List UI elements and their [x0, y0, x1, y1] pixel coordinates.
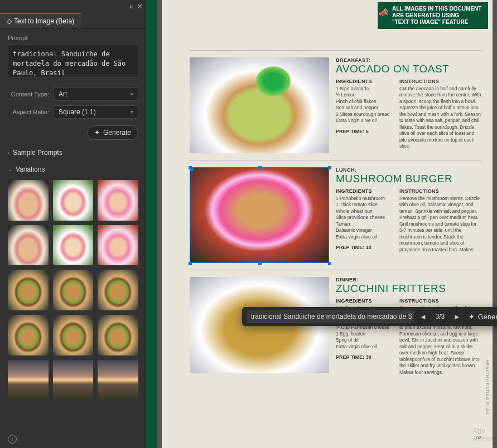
variation-thumb[interactable]	[98, 360, 138, 401]
floating-prompt-input[interactable]: tradicional Sanduiche de mortadela do me…	[247, 310, 414, 323]
aspect-ratio-select[interactable]: Square (1:1)▾	[54, 105, 138, 119]
info-banner: 📣 ALL IMAGES IN THIS DOCUMENT ARE GENERA…	[378, 2, 488, 29]
side-caption: HEALTHY EATING PLAN	[485, 360, 489, 415]
instructions-text: Cut the avocado in half and carefully re…	[399, 86, 481, 150]
recipe-image[interactable]	[190, 57, 329, 153]
instructions-heading: INSTRUCTIONS	[399, 298, 481, 304]
next-variation-icon[interactable]: ►	[452, 313, 462, 321]
sparkle-icon: ✦	[94, 129, 100, 137]
meal-label: BREAKFAST:	[336, 57, 481, 63]
variations-grid	[0, 178, 146, 408]
floating-generate-button[interactable]: ✦Generate	[466, 311, 497, 322]
document-canvas: 📣 ALL IMAGES IN THIS DOCUMENT ARE GENERA…	[146, 0, 497, 448]
meal-label: LUNCH:	[336, 167, 481, 173]
prev-variation-icon[interactable]: ◄	[418, 313, 428, 321]
chevron-right-icon: ›	[8, 150, 9, 155]
ingredients-text: 1 Ripe avocado ½ Lemon Pinch of chili fl…	[336, 86, 392, 124]
prep-time: PREP TIME: 10	[336, 245, 392, 250]
aspect-ratio-label: Aspect Ratio:	[8, 109, 49, 115]
instructions-heading: INSTRUCTIONS	[399, 79, 481, 84]
prompt-label: Prompt	[8, 35, 138, 41]
recipe-block: BREAKFAST: AVOCADO ON TOAST INGREDIENTS …	[190, 50, 481, 160]
close-icon[interactable]: ✕	[137, 2, 143, 11]
recipe-title: ZUCCHINI FRITTERS	[336, 283, 481, 295]
generate-floating-bar: tradicional Sanduiche de mortadela do me…	[242, 307, 497, 326]
recipe-block: DINNER: ZUCCHINI FRITTERS INGREDIENTS 1 …	[190, 270, 481, 382]
ingredients-text: 1 Portobello mushroom 1 Thick tomato sli…	[336, 196, 392, 240]
variation-thumb[interactable]	[8, 315, 49, 356]
generate-button[interactable]: ✦Generate	[87, 125, 138, 140]
variation-thumb[interactable]	[53, 360, 94, 401]
recipe-image-selected[interactable]	[190, 167, 329, 263]
content-type-label: Content Type:	[8, 91, 49, 98]
instructions-text: Remove the mushroom stems. Drizzle with …	[399, 196, 481, 253]
variation-thumb[interactable]	[8, 225, 49, 266]
variation-thumb[interactable]	[8, 270, 49, 310]
variation-thumb[interactable]	[98, 180, 138, 221]
instructions-heading: INSTRUCTIONS	[399, 188, 481, 194]
prep-time: PREP TIME: 30	[336, 354, 392, 360]
sparkle-icon: ✦	[469, 313, 475, 321]
variation-thumb[interactable]	[53, 270, 94, 310]
variation-count: 3/3	[432, 313, 448, 320]
info-icon[interactable]: i	[8, 435, 17, 444]
variation-thumb[interactable]	[53, 315, 94, 356]
variation-thumb[interactable]	[98, 270, 138, 310]
ingredients-heading: INGREDIENTS	[336, 79, 392, 84]
variation-thumb[interactable]	[8, 180, 49, 221]
variations-accordion[interactable]: ⌄ Variations	[0, 161, 146, 178]
collapse-icon[interactable]: «	[129, 2, 133, 11]
prep-time: PREP TIME: 5	[336, 129, 392, 134]
ingredients-heading: INGREDIENTS	[336, 188, 392, 194]
sample-prompts-accordion[interactable]: › Sample Prompts	[0, 144, 146, 161]
chevron-down-icon: ⌄	[8, 167, 12, 172]
variation-thumb[interactable]	[53, 225, 94, 266]
watermark: AtivAcess	[472, 427, 494, 442]
variation-thumb[interactable]	[8, 360, 49, 401]
recipe-title: MUSHROOM BURGER	[336, 173, 481, 185]
panel-tabs: ◇Text to Image (Beta)	[0, 13, 146, 29]
prompt-input[interactable]: tradicional Sanduiche de mortadela do me…	[8, 45, 138, 78]
chevron-down-icon: ▾	[131, 109, 133, 115]
recipe-block: LUNCH: MUSHROOM BURGER INGREDIENTS 1 Por…	[190, 160, 481, 270]
meal-label: DINNER:	[336, 277, 481, 283]
content-type-select[interactable]: Art▾	[54, 87, 138, 101]
variation-thumb[interactable]	[98, 225, 138, 266]
variation-thumb[interactable]	[98, 315, 138, 356]
megaphone-icon: 📣	[379, 8, 388, 17]
variation-thumb[interactable]	[53, 180, 94, 221]
document-page: 📣 ALL IMAGES IN THIS DOCUMENT ARE GENERA…	[162, 0, 493, 448]
tab-text-to-image[interactable]: ◇Text to Image (Beta)	[0, 13, 81, 28]
ingredients-heading: INGREDIENTS	[336, 298, 392, 304]
recipe-title: AVOCADO ON TOAST	[336, 63, 481, 75]
text-to-image-panel: « ✕ ◇Text to Image (Beta) Prompt tradici…	[0, 0, 146, 448]
chevron-down-icon: ▾	[131, 91, 133, 97]
